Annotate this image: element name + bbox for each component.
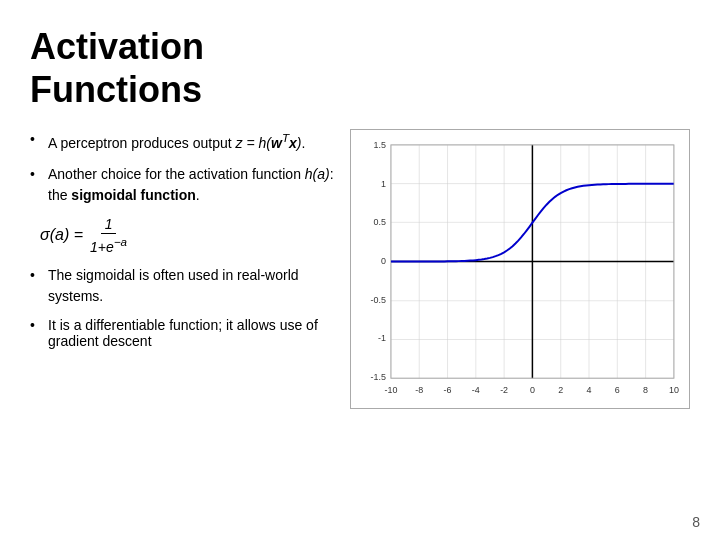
xtick--2: -2 xyxy=(500,385,508,395)
xtick-0: 0 xyxy=(530,385,535,395)
left-column: A perceptron produces output z = h(wTx).… xyxy=(30,129,340,409)
title-line2: Functions xyxy=(30,69,202,110)
ytick-0: 0 xyxy=(381,256,386,266)
bullet-4: It is a differentiable function; it allo… xyxy=(30,317,340,349)
xtick-8: 8 xyxy=(643,385,648,395)
xtick--8: -8 xyxy=(415,385,423,395)
slide-container: Activation Functions A perceptron produc… xyxy=(0,0,720,540)
xtick--6: -6 xyxy=(444,385,452,395)
xtick--4: -4 xyxy=(472,385,480,395)
formula-box: σ(a) = 1 1+e−a xyxy=(30,216,340,255)
page-number: 8 xyxy=(692,514,700,530)
bullet-list-2: The sigmoidal is often used in real-worl… xyxy=(30,265,340,307)
formula-numerator: 1 xyxy=(101,216,117,234)
bullet-2: Another choice for the activation functi… xyxy=(30,164,340,206)
ytick-1.5: 1.5 xyxy=(374,140,386,150)
xtick-6: 6 xyxy=(615,385,620,395)
xtick-2: 2 xyxy=(558,385,563,395)
xtick-4: 4 xyxy=(587,385,592,395)
ytick--1: -1 xyxy=(378,334,386,344)
right-column: -10 -8 -6 -4 -2 0 2 4 6 8 10 1.5 1 0.5 0 xyxy=(350,129,690,409)
bullet-3: The sigmoidal is often used in real-worl… xyxy=(30,265,340,307)
formula: σ(a) = 1 1+e−a xyxy=(40,216,134,255)
bullet-list: A perceptron produces output z = h(wTx).… xyxy=(30,129,340,206)
bullet-1: A perceptron produces output z = h(wTx). xyxy=(30,129,340,154)
ytick-0.5: 0.5 xyxy=(374,218,386,228)
slide-title: Activation Functions xyxy=(30,25,690,111)
title-line1: Activation xyxy=(30,26,204,67)
ytick-1: 1 xyxy=(381,179,386,189)
graph-svg: -10 -8 -6 -4 -2 0 2 4 6 8 10 1.5 1 0.5 0 xyxy=(351,130,689,408)
formula-denominator: 1+e−a xyxy=(86,234,131,255)
sigmoid-graph: -10 -8 -6 -4 -2 0 2 4 6 8 10 1.5 1 0.5 0 xyxy=(350,129,690,409)
xtick-10: 10 xyxy=(669,385,679,395)
ytick--1.5: -1.5 xyxy=(371,373,386,383)
content-area: A perceptron produces output z = h(wTx).… xyxy=(30,129,690,409)
formula-lhs: σ(a) = xyxy=(40,226,83,244)
xtick--10: -10 xyxy=(384,385,397,395)
ytick--0.5: -0.5 xyxy=(371,295,386,305)
formula-fraction: 1 1+e−a xyxy=(86,216,131,255)
